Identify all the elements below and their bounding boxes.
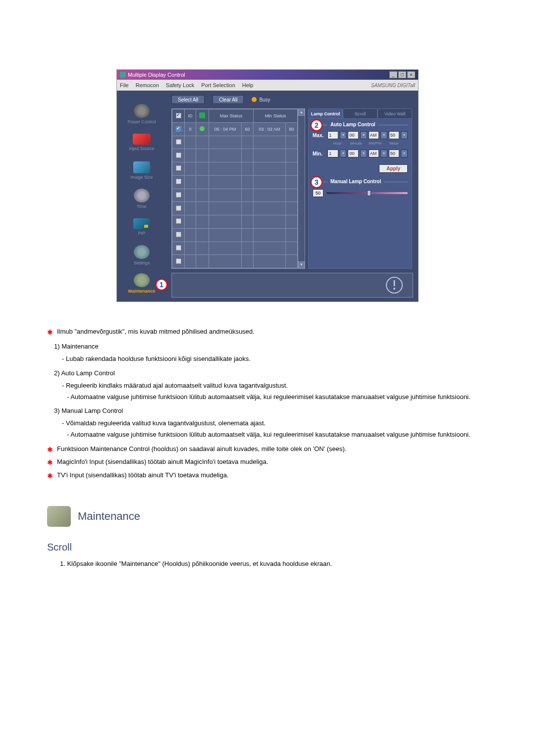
table-row[interactable] [172,175,298,189]
table-row[interactable] [172,162,298,176]
tab-video-wall[interactable]: Video Wall [377,108,412,118]
table-row[interactable] [172,228,298,242]
callout-3: 3 [311,176,322,188]
col-max-header[interactable]: Max Status [209,109,254,123]
menu-safety-lock[interactable]: Safety Lock [166,82,194,88]
toolbar: Select All Clear All Busy [171,95,413,104]
ordered-list-item: 1. Klõpsake ikoonile "Maintenance" (Hool… [60,559,488,569]
chevron-down-icon[interactable]: ▾ [401,131,408,139]
sidebar-item-power[interactable]: Power Control [122,101,161,128]
maximize-button[interactable]: □ [398,71,406,78]
col-min-header[interactable]: Min Status [253,109,297,123]
table-row[interactable] [172,149,298,162]
clear-all-button[interactable]: Clear All [213,95,244,104]
scrollbar[interactable]: ▲ ▼ [298,109,305,268]
brand-label: SAMSUNG DIGITall [371,83,415,88]
min-lamp-row: Min. 1 ▾ 00 ▾ AM ▾ 50 ▾ [313,150,408,157]
display-table-wrap: ID Max Status Min Status 0 05 : 04 PM 60… [171,108,305,269]
menu-remocon[interactable]: Remocon [136,82,159,88]
section-header: Maintenance [47,506,488,527]
row-checkbox[interactable] [176,139,181,145]
tab-lamp-control[interactable]: Lamp Control [308,108,343,118]
list-item: 3) Manual Lamp Control [54,406,488,416]
sidebar-item-maintenance[interactable]: 1 Maintenance [122,270,161,297]
busy-dot-icon [252,97,257,102]
sidebar-item-time[interactable]: Time [122,185,161,212]
manual-lamp-slider-row: 50 [313,189,408,197]
window-controls: _ □ × [389,71,415,78]
max-hour-select[interactable]: 1 [327,131,338,139]
min-hour-select[interactable]: 1 [327,150,338,157]
chevron-down-icon[interactable]: ▾ [401,150,408,157]
chevron-down-icon[interactable]: ▾ [340,131,347,139]
min-ampm-select[interactable]: AM [369,150,379,157]
chevron-down-icon[interactable]: ▾ [360,131,367,139]
document-body: Ilmub "andmevõrgustik", mis kuvab mitmed… [42,327,493,569]
max-ampm-select[interactable]: AM [369,131,379,139]
slider-thumb[interactable] [367,190,371,196]
row-checkbox[interactable] [176,218,181,224]
chevron-down-icon[interactable]: ▾ [380,131,387,139]
scroll-up-icon[interactable]: ▲ [298,109,305,116]
min-label: Min. [313,151,326,156]
titlebar: Multiple Display Control _ □ × [117,70,418,80]
input-source-icon [133,134,151,145]
tab-scroll[interactable]: Scroll [343,108,377,118]
slider-value: 50 [313,189,323,197]
minimize-button[interactable]: _ [389,71,397,78]
sidebar-item-image-size[interactable]: Image Size [122,157,161,184]
list-item: 1) Maintenance [54,342,488,352]
table-row[interactable] [172,136,298,149]
right-panel: Lamp Control Scroll Video Wall 2 Auto La… [308,108,412,269]
table-row[interactable] [172,189,298,202]
chevron-down-icon[interactable]: ▾ [380,150,387,157]
select-all-button[interactable]: Select All [171,95,205,104]
apply-button[interactable]: Apply [379,164,408,173]
row-max-val: 60 [241,122,253,136]
table-row[interactable] [172,255,298,268]
menu-help[interactable]: Help [242,82,254,88]
list-subitem: Automaatne valguse juhtimise funktsioon … [67,392,488,403]
col-id-header[interactable]: ID [185,109,196,123]
app-window: Multiple Display Control _ □ × File Remo… [116,69,419,302]
row-checkbox[interactable] [176,165,181,171]
menu-port-selection[interactable]: Port Selection [201,82,235,88]
scroll-down-icon[interactable]: ▼ [298,261,305,268]
row-checkbox[interactable] [176,258,181,264]
row-checkbox[interactable] [176,192,181,198]
pip-icon [133,218,150,229]
list-subitem: Automaatne valguse juhtimise funktsioon … [67,430,488,440]
lamp-slider[interactable] [326,192,408,194]
min-minute-select[interactable]: 00 [348,150,359,157]
auto-lamp-fieldset: 2 Auto Lamp Control [313,125,408,127]
chevron-down-icon[interactable]: ▾ [360,150,367,157]
sub-labels: Hour Minute AM/PM Value [328,141,408,146]
menu-file[interactable]: File [120,82,129,88]
maintenance-icon [47,506,71,527]
sidebar-item-pip[interactable]: PIP [122,213,161,241]
table-row[interactable] [172,215,298,229]
chevron-down-icon[interactable]: ▾ [340,150,347,157]
tabs: Lamp Control Scroll Video Wall [308,108,412,118]
table-row[interactable] [172,202,298,215]
table-row[interactable]: 0 05 : 04 PM 60 03 : 02 AM 80 [172,122,298,136]
sidebar: Power Control Input Source Image Size Ti… [117,91,166,302]
col-check-header[interactable] [172,109,185,123]
row-checkbox[interactable] [176,205,181,211]
max-value-select[interactable]: 50 [389,131,400,139]
row-checkbox[interactable] [176,245,181,251]
col-status-header [196,109,209,123]
sidebar-item-settings[interactable]: Settings [122,242,161,269]
row-checkbox[interactable] [176,232,181,237]
table-row[interactable] [172,242,298,255]
row-min-val: 80 [286,122,298,136]
row-checkbox[interactable] [176,179,181,184]
bullet-line: Funktsioon Maintenance Control (hooldus)… [47,444,488,455]
min-value-select[interactable]: 50 [389,150,400,157]
sidebar-item-input[interactable]: Input Source [122,129,161,156]
max-minute-select[interactable]: 00 [348,131,359,139]
row-checkbox[interactable] [176,126,181,132]
row-checkbox[interactable] [176,152,181,158]
close-button[interactable]: × [407,71,415,78]
row-id: 0 [185,122,196,136]
